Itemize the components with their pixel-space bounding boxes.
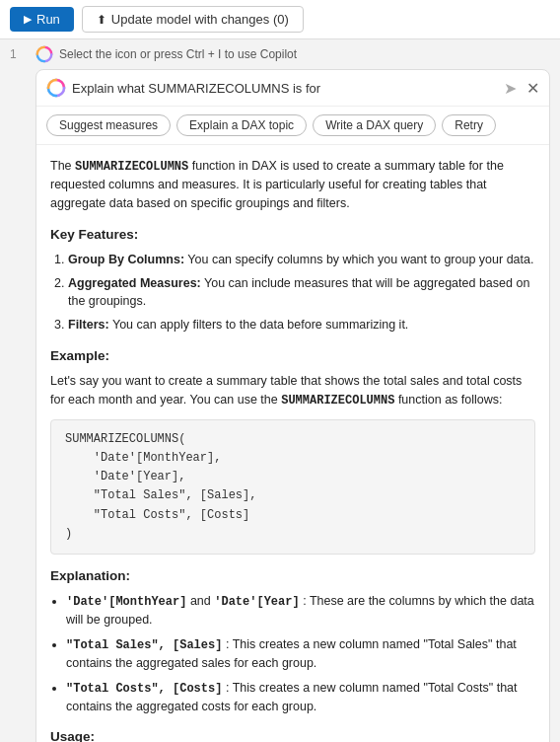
feature-3-text: You can apply filters to the data before…: [112, 318, 408, 332]
copilot-hint: Select the icon or press Ctrl + I to use…: [35, 45, 297, 63]
copilot-swirl-icon: [35, 45, 53, 63]
features-list: Group By Columns: You can specify column…: [50, 251, 535, 334]
code-block: SUMMARIZECOLUMNS( 'Date'[MonthYear], 'Da…: [50, 419, 535, 555]
close-icon[interactable]: ✕: [526, 79, 539, 98]
play-icon: ▶: [24, 13, 32, 26]
line-number: 1: [10, 45, 30, 61]
intro-paragraph: The SUMMARIZECOLUMNS function in DAX is …: [50, 157, 535, 213]
run-button[interactable]: ▶ Run: [10, 7, 74, 32]
copilot-search-icon: [46, 78, 66, 98]
example-heading: Example:: [50, 346, 535, 366]
exp-2-label: "Total Sales", [Sales]: [66, 638, 222, 652]
usage-heading: Usage:: [50, 727, 535, 742]
example-intro: Let's say you want to create a summary t…: [50, 372, 535, 409]
exp-1-and: and: [190, 594, 214, 608]
explanation-item-2: "Total Sales", [Sales] : This creates a …: [66, 635, 535, 673]
explanation-item-3: "Total Costs", [Costs] : This creates a …: [66, 679, 535, 716]
copilot-hint-text: Select the icon or press Ctrl + I to use…: [59, 47, 297, 61]
chip-suggest-measures[interactable]: Suggest measures: [46, 114, 171, 136]
feature-item-2: Aggregated Measures: You can include mea…: [68, 274, 535, 312]
suggestion-chips: Suggest measures Explain a DAX topic Wri…: [36, 107, 549, 145]
exp-1-label1: 'Date'[MonthYear]: [66, 595, 186, 609]
explanation-heading: Explanation:: [50, 566, 535, 586]
feature-3-label: Filters:: [68, 318, 109, 332]
feature-1-text: You can specify columns by which you wan…: [187, 253, 533, 266]
explanation-item-1: 'Date'[MonthYear] and 'Date'[Year] : The…: [66, 592, 535, 630]
update-label: Update model with changes (0): [111, 12, 289, 27]
copilot-panel: ➤ ✕ Suggest measures Explain a DAX topic…: [35, 69, 550, 742]
update-model-button[interactable]: ⬆ Update model with changes (0): [82, 6, 304, 33]
search-input[interactable]: [72, 81, 498, 96]
explanation-list: 'Date'[MonthYear] and 'Date'[Year] : The…: [50, 592, 535, 715]
key-features-heading: Key Features:: [50, 225, 535, 245]
content-area: The SUMMARIZECOLUMNS function in DAX is …: [36, 145, 549, 742]
feature-1-label: Group By Columns:: [68, 253, 184, 266]
send-icon[interactable]: ➤: [504, 79, 517, 98]
search-bar: ➤ ✕: [36, 70, 549, 107]
chip-write-dax-query[interactable]: Write a DAX query: [313, 114, 436, 136]
run-label: Run: [36, 12, 60, 27]
summarizecolumns-mention: SUMMARIZECOLUMNS: [75, 160, 188, 174]
summarizecolumns-example-mention: SUMMARIZECOLUMNS: [281, 394, 394, 408]
upload-icon: ⬆: [97, 13, 106, 27]
toolbar: ▶ Run ⬆ Update model with changes (0): [0, 0, 560, 39]
feature-item-3: Filters: You can apply filters to the da…: [68, 316, 535, 334]
exp-3-label: "Total Costs", [Costs]: [66, 682, 222, 696]
feature-2-label: Aggregated Measures:: [68, 276, 201, 290]
editor-line-area: 1 Select the icon or press Ctrl + I to u…: [0, 39, 560, 69]
chip-retry[interactable]: Retry: [442, 114, 496, 136]
chip-explain-dax[interactable]: Explain a DAX topic: [176, 114, 307, 136]
exp-1-label3: 'Date'[Year]: [214, 595, 299, 609]
feature-item-1: Group By Columns: You can specify column…: [68, 251, 535, 269]
